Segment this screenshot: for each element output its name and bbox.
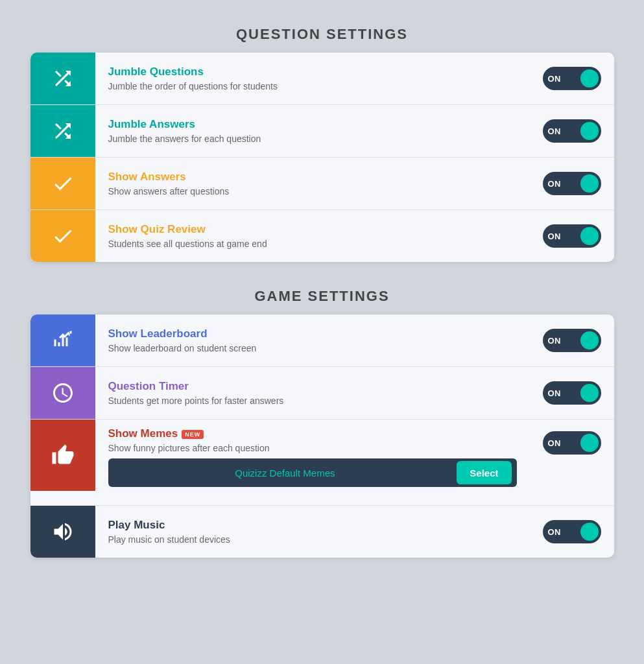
show-quiz-review-toggle-label: ON <box>548 231 562 241</box>
question-timer-desc: Students get more points for faster answ… <box>108 396 517 406</box>
jumble-answers-toggle-label: ON <box>548 126 562 136</box>
question-settings-title: QUESTION SETTINGS <box>30 26 614 43</box>
game-settings-container: Show Leaderboard Show leaderboard on stu… <box>30 314 614 558</box>
question-timer-toggle-label: ON <box>548 388 562 398</box>
play-music-toggle-container: ON <box>530 520 614 543</box>
show-answers-desc: Show answers after questions <box>108 186 517 196</box>
show-leaderboard-title: Show Leaderboard <box>108 327 517 340</box>
jumble-answers-toggle[interactable]: ON <box>543 119 601 143</box>
jumble-questions-title: Jumble Questions <box>108 65 517 78</box>
question-timer-title: Question Timer <box>108 380 517 393</box>
show-leaderboard-row: Show Leaderboard Show leaderboard on stu… <box>30 314 614 367</box>
show-memes-top: Show MemesNEW Show funny pictures after … <box>30 420 614 497</box>
show-quiz-review-row: Show Quiz Review Students see all questi… <box>30 210 614 262</box>
play-music-toggle[interactable]: ON <box>543 520 601 543</box>
show-answers-content: Show Answers Show answers after question… <box>95 163 530 204</box>
show-leaderboard-content: Show Leaderboard Show leaderboard on stu… <box>95 320 530 361</box>
jumble-questions-row: Jumble Questions Jumble the order of que… <box>30 53 614 105</box>
memes-selector-text: Quizizz Default Memes <box>113 468 457 479</box>
show-answers-icon <box>30 158 95 209</box>
show-answers-title: Show Answers <box>108 171 517 184</box>
show-memes-icon <box>30 420 95 491</box>
question-timer-row: Question Timer Students get more points … <box>30 367 614 420</box>
show-leaderboard-icon <box>30 314 95 366</box>
question-settings-container: Jumble Questions Jumble the order of que… <box>30 53 614 262</box>
show-answers-toggle[interactable]: ON <box>543 172 601 195</box>
show-leaderboard-toggle-label: ON <box>548 336 562 346</box>
jumble-answers-toggle-container: ON <box>530 119 614 143</box>
play-music-title: Play Music <box>108 519 517 532</box>
jumble-questions-desc: Jumble the order of questions for studen… <box>108 81 517 91</box>
show-quiz-review-icon <box>30 210 95 262</box>
question-timer-toggle-knob <box>580 384 599 402</box>
show-leaderboard-toggle-container: ON <box>530 329 614 352</box>
jumble-questions-icon <box>30 53 95 104</box>
play-music-icon <box>30 506 95 558</box>
show-memes-toggle-container: ON <box>530 420 614 455</box>
show-memes-toggle[interactable]: ON <box>543 431 601 455</box>
show-memes-content: Show MemesNEW Show funny pictures after … <box>95 420 530 497</box>
show-memes-toggle-label: ON <box>548 438 562 448</box>
show-memes-row: Show MemesNEW Show funny pictures after … <box>30 420 614 506</box>
jumble-questions-toggle-container: ON <box>530 67 614 90</box>
show-memes-toggle-knob <box>580 434 599 452</box>
show-quiz-review-toggle-container: ON <box>530 224 614 248</box>
jumble-questions-content: Jumble Questions Jumble the order of que… <box>95 58 530 99</box>
show-quiz-review-title: Show Quiz Review <box>108 223 517 236</box>
show-answers-toggle-knob <box>580 174 599 193</box>
jumble-answers-desc: Jumble the answers for each question <box>108 134 517 144</box>
show-answers-row: Show Answers Show answers after question… <box>30 158 614 210</box>
show-quiz-review-desc: Students see all questions at game end <box>108 239 517 249</box>
show-quiz-review-toggle[interactable]: ON <box>543 224 601 248</box>
jumble-answers-toggle-knob <box>580 122 599 140</box>
memes-subrow: Quizizz Default Memes Select <box>108 458 517 487</box>
play-music-content: Play Music Play music on student devices <box>95 511 530 552</box>
show-memes-title: Show MemesNEW <box>108 427 517 440</box>
jumble-answers-title: Jumble Answers <box>108 118 517 131</box>
show-leaderboard-desc: Show leaderboard on student screen <box>108 343 517 353</box>
question-timer-toggle-container: ON <box>530 381 614 405</box>
show-leaderboard-toggle-knob <box>580 331 599 350</box>
select-memes-button[interactable]: Select <box>457 461 511 484</box>
show-quiz-review-content: Show Quiz Review Students see all questi… <box>95 215 530 257</box>
jumble-questions-toggle[interactable]: ON <box>543 67 601 90</box>
game-settings-title: GAME SETTINGS <box>30 288 614 305</box>
play-music-desc: Play music on student devices <box>108 534 517 545</box>
jumble-questions-toggle-knob <box>580 69 599 88</box>
play-music-row: Play Music Play music on student devices… <box>30 506 614 558</box>
show-answers-toggle-container: ON <box>530 172 614 195</box>
play-music-toggle-label: ON <box>548 527 562 537</box>
jumble-questions-toggle-label: ON <box>548 74 562 84</box>
show-quiz-review-toggle-knob <box>580 227 599 245</box>
show-memes-desc: Show funny pictures after each question <box>108 443 517 453</box>
jumble-answers-content: Jumble Answers Jumble the answers for ea… <box>95 110 530 152</box>
show-leaderboard-toggle[interactable]: ON <box>543 329 601 352</box>
play-music-toggle-knob <box>580 523 599 541</box>
new-badge: NEW <box>182 430 204 439</box>
jumble-answers-icon <box>30 105 95 157</box>
jumble-answers-row: Jumble Answers Jumble the answers for ea… <box>30 105 614 158</box>
question-timer-toggle[interactable]: ON <box>543 381 601 405</box>
question-timer-icon <box>30 367 95 419</box>
question-timer-content: Question Timer Students get more points … <box>95 372 530 414</box>
show-answers-toggle-label: ON <box>548 179 562 189</box>
